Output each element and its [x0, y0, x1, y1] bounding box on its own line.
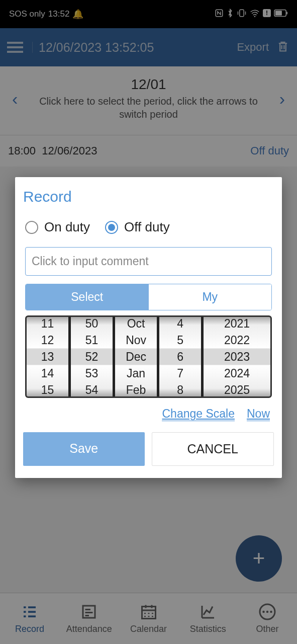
minute-wheel[interactable]: 50 51 52 53 54 [71, 317, 115, 396]
radio-icon [25, 221, 38, 234]
datetime-picker[interactable]: 11 12 13 14 15 50 51 52 53 54 Oct Nov De… [25, 315, 272, 398]
dialog-buttons: Save CANCEL [15, 432, 282, 466]
save-button[interactable]: Save [23, 432, 145, 466]
comment-input[interactable]: Click to input comment [25, 247, 272, 276]
select-tab[interactable]: Select [26, 284, 149, 310]
day-wheel[interactable]: 4 5 6 7 8 [159, 317, 204, 396]
select-my-toggle: Select My [25, 284, 272, 310]
record-dialog: Record On duty Off duty Click to input c… [15, 177, 282, 478]
now-link[interactable]: Now [247, 407, 270, 421]
duty-radio-group: On duty Off duty [15, 219, 282, 247]
on-duty-radio[interactable]: On duty [25, 219, 90, 235]
change-scale-link[interactable]: Change Scale [162, 407, 235, 421]
off-duty-radio[interactable]: Off duty [105, 219, 170, 235]
my-tab[interactable]: My [149, 284, 272, 310]
hour-wheel[interactable]: 11 12 13 14 15 [27, 317, 71, 396]
cancel-button[interactable]: CANCEL [152, 432, 274, 466]
month-wheel[interactable]: Oct Nov Dec Jan Feb [115, 317, 159, 396]
dialog-title: Record [15, 188, 282, 219]
picker-links: Change Scale Now [15, 398, 282, 432]
year-wheel[interactable]: 2021 2022 2023 2024 2025 [204, 317, 270, 396]
radio-icon [105, 221, 118, 234]
